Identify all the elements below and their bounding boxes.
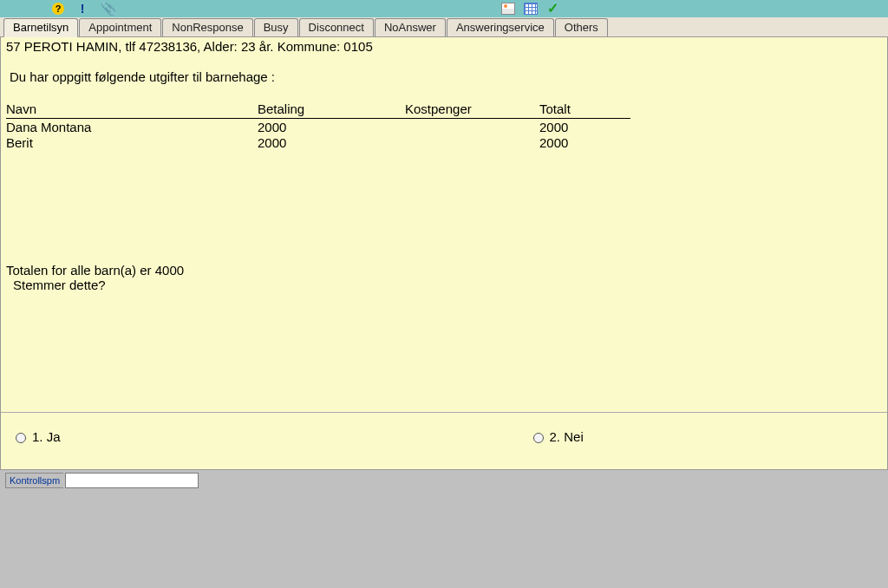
- cell-navn: Dana Montana: [6, 120, 258, 134]
- tab-disconnect[interactable]: Disconnect: [299, 18, 374, 36]
- col-betaling: Betaling: [258, 101, 405, 116]
- cell-navn: Berit: [6, 135, 258, 150]
- tab-nonresponse[interactable]: NonResponse: [162, 18, 252, 36]
- answer-pane: 1. Ja 2. Nei: [1, 412, 887, 461]
- tab-busy[interactable]: Busy: [254, 18, 298, 36]
- help-icon[interactable]: ?: [52, 3, 64, 15]
- cell-totalt: 2000: [539, 135, 626, 150]
- col-totalt: Totalt: [539, 101, 626, 116]
- tab-appointment[interactable]: Appointment: [79, 18, 161, 36]
- input-field-wrap: Kontrollspm: [5, 473, 883, 488]
- calendar-icon[interactable]: [524, 3, 538, 15]
- top-toolbar: ? ! 📎 ✓: [0, 0, 888, 17]
- content-area: 57 PEROTI HAMIN, tlf 47238136, Alder: 23…: [0, 37, 888, 470]
- total-line: Totalen for alle barn(a) er 4000: [6, 263, 882, 278]
- expense-table: Navn Betaling Kostpenger Totalt Dana Mon…: [6, 101, 882, 150]
- col-navn: Navn: [6, 101, 258, 116]
- tab-others[interactable]: Others: [555, 18, 608, 36]
- tab-barnetilsyn[interactable]: Barnetilsyn: [3, 18, 78, 37]
- cell-betaling: 2000: [258, 135, 405, 150]
- answer-label-ja: 1. Ja: [32, 429, 61, 444]
- paperclip-icon[interactable]: 📎: [101, 3, 113, 15]
- answer-option-ja[interactable]: 1. Ja: [11, 418, 61, 455]
- bottom-panel: Kontrollspm: [0, 470, 888, 588]
- question-intro: Du har oppgitt følgende utgifter til bar…: [10, 69, 882, 84]
- cell-kost: [405, 120, 539, 134]
- radio-ja[interactable]: [16, 433, 26, 443]
- field-label-kontrollspm: Kontrollspm: [5, 473, 63, 488]
- answer-label-nei: 2. Nei: [550, 429, 584, 444]
- tab-strip: Barnetilsyn Appointment NonResponse Busy…: [0, 17, 888, 37]
- cell-totalt: 2000: [539, 120, 626, 134]
- question-pane: 57 PEROTI HAMIN, tlf 47238136, Alder: 23…: [1, 37, 887, 412]
- respondent-header: 57 PEROTI HAMIN, tlf 47238136, Alder: 23…: [6, 39, 882, 54]
- radio-nei[interactable]: [533, 433, 544, 443]
- cell-kost: [405, 135, 539, 150]
- check-icon[interactable]: ✓: [546, 3, 558, 15]
- tab-noanswer[interactable]: NoAnswer: [375, 18, 446, 36]
- kontrollspm-input[interactable]: [65, 473, 199, 488]
- col-kostpenger: Kostpenger: [405, 101, 539, 116]
- table-row: Dana Montana 2000 2000: [6, 120, 630, 134]
- exclaim-icon[interactable]: !: [76, 3, 88, 15]
- table-row: Berit 2000 2000: [6, 135, 630, 150]
- confirm-question: Stemmer dette?: [13, 278, 882, 292]
- table-header: Navn Betaling Kostpenger Totalt: [6, 101, 630, 119]
- cell-betaling: 2000: [258, 120, 405, 134]
- tab-answeringservice[interactable]: Answeringservice: [447, 18, 554, 36]
- card-icon[interactable]: [501, 3, 515, 15]
- answer-option-nei[interactable]: 2. Nei: [529, 418, 584, 455]
